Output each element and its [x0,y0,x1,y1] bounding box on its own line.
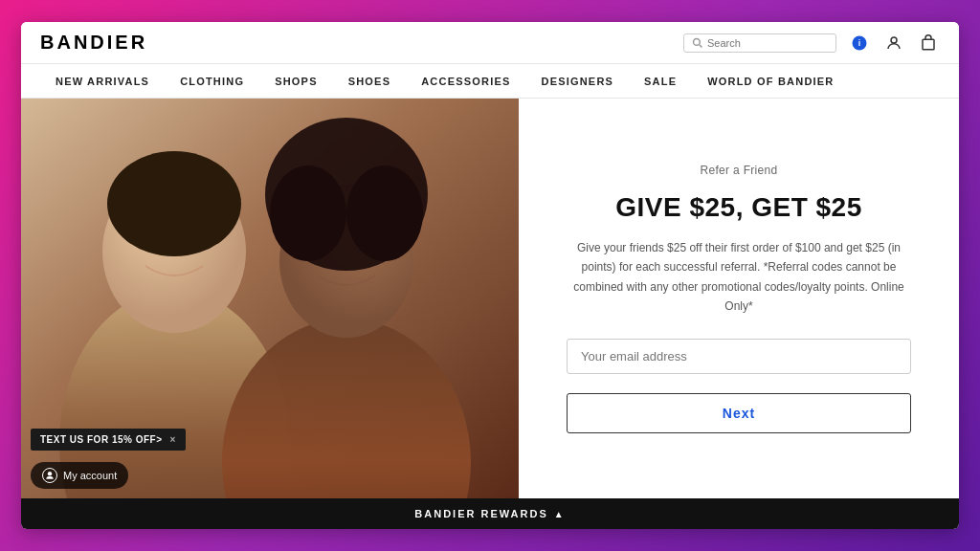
nav-item-shops[interactable]: SHOPS [259,64,333,99]
nav-bar: NEW ARRIVALS CLOTHING SHOPS SHOES ACCESS… [21,64,959,99]
nav-item-clothing[interactable]: CLOTHING [165,64,259,99]
search-input[interactable] [707,37,822,49]
next-button[interactable]: Next [567,393,911,433]
rewards-label: BANDIER REWARDS [414,508,547,519]
user-icon [885,34,902,52]
search-icon [692,37,703,49]
svg-point-15 [48,472,52,475]
rewards-bar[interactable]: BANDIER REWARDS ▲ [21,498,959,529]
offer-description: Give your friends $25 off their first or… [567,238,911,317]
notification-icon: i [851,34,868,52]
nav-item-sale[interactable]: SALE [629,64,692,99]
svg-point-0 [694,38,701,45]
email-input[interactable] [567,339,911,374]
svg-point-9 [107,151,241,256]
chevron-up-icon: ▲ [554,509,566,519]
header-actions: i [683,32,940,55]
cart-icon [920,34,937,52]
notifications-button[interactable]: i [848,32,871,55]
nav-item-new-arrivals[interactable]: NEW ARRIVALS [40,64,165,99]
svg-rect-5 [923,39,934,50]
refer-subtitle: Refer a Friend [701,164,778,177]
svg-point-4 [891,37,897,43]
top-bar: BANDIER i [21,22,959,64]
nav-item-designers[interactable]: DESIGNERS [525,64,629,99]
offer-title: GIVE $25, GET $25 [615,192,862,223]
account-avatar-icon [42,468,57,483]
my-account-label: My account [63,470,117,481]
main-content: TEXT US FOR 15% OFF> × My account Refer … [21,99,959,498]
nav-item-shoes[interactable]: SHOES [333,64,407,99]
svg-point-14 [346,165,423,261]
close-promo-button[interactable]: × [170,434,176,445]
text-us-label: TEXT US FOR 15% OFF> [40,434,163,445]
account-button[interactable] [882,32,905,55]
nav-item-accessories[interactable]: ACCESSORIES [406,64,525,99]
svg-line-1 [700,44,702,47]
browser-window: BANDIER i [21,22,959,529]
hero-image-panel: TEXT US FOR 15% OFF> × My account [21,99,519,498]
search-bar[interactable] [683,33,836,53]
nav-item-world-of-bandier[interactable]: WORLD OF BANDIER [692,64,849,99]
brand-logo: BANDIER [40,32,147,54]
cart-button[interactable] [917,32,940,55]
svg-text:i: i [858,38,861,48]
svg-point-13 [270,165,346,261]
user-small-icon [45,471,55,480]
my-account-bar[interactable]: My account [31,462,128,489]
refer-panel: Refer a Friend GIVE $25, GET $25 Give yo… [519,99,959,498]
text-us-bar[interactable]: TEXT US FOR 15% OFF> × [31,429,186,451]
